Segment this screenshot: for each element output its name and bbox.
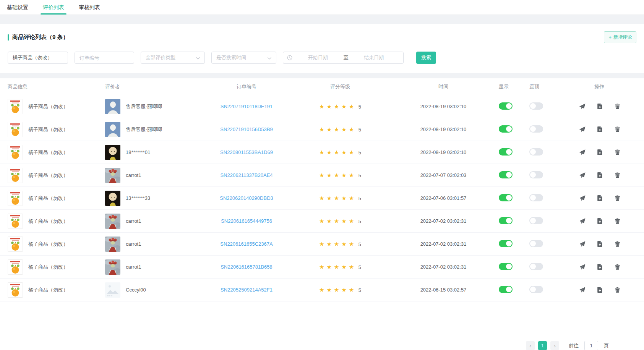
red-crown-doll-avatar	[105, 237, 120, 252]
file-add-icon[interactable]	[597, 126, 603, 133]
show-toggle[interactable]	[499, 217, 513, 224]
table-row: 橘子商品（勿改） 13*******33 SN220620140290DBD3 …	[0, 187, 644, 210]
next-page-button[interactable]: ›	[550, 341, 559, 350]
column-header: 置顶	[529, 83, 579, 90]
pin-top-toggle[interactable]	[529, 240, 543, 247]
dark-doll-avatar	[105, 191, 120, 206]
rating-value: 5	[358, 287, 361, 293]
send-reply-icon[interactable]	[579, 103, 586, 110]
tab-basic-settings[interactable]: 基础设置	[7, 0, 28, 15]
send-reply-icon[interactable]	[579, 149, 586, 156]
review-time: 2022-08-19 03:02:10	[388, 149, 499, 155]
file-add-icon[interactable]	[597, 218, 603, 224]
send-reply-icon[interactable]	[579, 195, 586, 201]
product-image	[8, 122, 23, 137]
pin-top-toggle[interactable]	[529, 171, 543, 178]
file-add-icon[interactable]	[597, 172, 603, 178]
product-name: 橘子商品（勿改）	[28, 149, 68, 156]
file-add-icon[interactable]	[597, 287, 603, 293]
order-number-link[interactable]: SN2206161654449756	[221, 218, 272, 224]
show-toggle[interactable]	[499, 194, 513, 201]
pin-top-toggle[interactable]	[529, 125, 543, 133]
product-name: 橘子商品（勿改）	[28, 126, 68, 133]
rating-value: 5	[358, 219, 361, 224]
send-reply-icon[interactable]	[579, 218, 586, 224]
table-row: 橘子商品（勿改） carrot1 SN2206161654449756 ★★★★…	[0, 210, 644, 233]
pin-top-toggle[interactable]	[529, 217, 543, 224]
order-number-link[interactable]: SN22071910156D53B9	[220, 126, 273, 132]
show-toggle[interactable]	[499, 102, 513, 110]
tab-audit-list[interactable]: 审核列表	[79, 0, 100, 15]
order-number-link[interactable]: SN22052509214A52F1	[221, 287, 273, 293]
order-number-input[interactable]	[75, 52, 134, 64]
delete-trash-icon[interactable]	[614, 149, 621, 156]
red-crown-doll-avatar	[105, 214, 120, 229]
pin-top-toggle[interactable]	[529, 263, 543, 270]
order-number-link[interactable]: SN220620140290DBD3	[220, 195, 273, 201]
delete-trash-icon[interactable]	[614, 103, 621, 110]
goto-page-input[interactable]	[584, 341, 598, 350]
order-number-link[interactable]: SN2206211337B20AE4	[220, 172, 273, 178]
reviewer-name: 13*******33	[126, 195, 150, 201]
reviewer-name: carrot1	[126, 218, 141, 224]
reviewer-name: 18*******01	[126, 149, 150, 155]
file-add-icon[interactable]	[597, 241, 603, 247]
show-toggle[interactable]	[499, 148, 513, 156]
order-number-link[interactable]: SN220616165781B658	[221, 264, 272, 270]
chevron-down-icon	[268, 55, 271, 61]
file-add-icon[interactable]	[597, 195, 603, 201]
filter-bar: 全部评价类型 是否搜索时间 开始日期 至 结束日期 搜索	[8, 52, 636, 64]
delete-trash-icon[interactable]	[614, 126, 621, 133]
product-name-input[interactable]	[8, 52, 68, 64]
show-toggle[interactable]	[499, 286, 513, 293]
reviewer-name: 售后客服-丽唧唧	[126, 103, 162, 110]
product-name: 橘子商品（勿改）	[28, 172, 68, 179]
order-number-link[interactable]: SN2208011553BA1D69	[220, 149, 273, 155]
delete-trash-icon[interactable]	[614, 241, 621, 247]
delete-trash-icon[interactable]	[614, 264, 621, 270]
blue-bust-avatar	[105, 122, 120, 137]
send-reply-icon[interactable]	[579, 126, 586, 133]
table-row: 橘子商品（勿改） carrot1 SN2206211337B20AE4 ★★★★…	[0, 164, 644, 187]
tab-review-list[interactable]: 评价列表	[43, 0, 64, 15]
time-search-select[interactable]: 是否搜索时间	[211, 52, 276, 64]
rating-value: 5	[358, 104, 361, 110]
delete-trash-icon[interactable]	[614, 195, 621, 201]
page-unit-label: 页	[604, 342, 609, 349]
send-reply-icon[interactable]	[579, 172, 586, 178]
send-reply-icon[interactable]	[579, 264, 586, 270]
add-review-button[interactable]: + 新增评论	[604, 31, 636, 43]
order-number-link[interactable]: SN2206161655C2367A	[220, 241, 273, 247]
search-button[interactable]: 搜索	[416, 52, 436, 64]
file-add-icon[interactable]	[597, 264, 603, 270]
column-header: 订单编号	[201, 83, 292, 90]
send-reply-icon[interactable]	[579, 241, 586, 247]
prev-page-button[interactable]: ‹	[526, 341, 535, 350]
show-toggle[interactable]	[499, 125, 513, 133]
show-toggle[interactable]	[499, 240, 513, 247]
pin-top-toggle[interactable]	[529, 194, 543, 201]
order-number-link[interactable]: SN22071910118DE191	[221, 104, 273, 109]
show-toggle[interactable]	[499, 171, 513, 178]
pin-top-toggle[interactable]	[529, 102, 543, 110]
file-add-icon[interactable]	[597, 149, 603, 156]
pin-top-toggle[interactable]	[529, 286, 543, 293]
send-reply-icon[interactable]	[579, 287, 586, 293]
show-toggle[interactable]	[499, 263, 513, 270]
delete-trash-icon[interactable]	[614, 172, 621, 178]
reviewer-name: carrot1	[126, 264, 141, 270]
column-header: 评分等级	[292, 83, 388, 90]
delete-trash-icon[interactable]	[614, 287, 621, 293]
pin-top-toggle[interactable]	[529, 148, 543, 156]
review-time: 2022-08-19 03:02:10	[388, 126, 499, 132]
current-page-button[interactable]: 1	[538, 341, 547, 350]
delete-trash-icon[interactable]	[614, 218, 621, 224]
file-add-icon[interactable]	[597, 103, 603, 110]
review-type-value: 全部评价类型	[146, 54, 175, 61]
product-image	[8, 168, 23, 183]
star-rating-icons: ★★★★★	[319, 264, 356, 270]
rating-value: 5	[358, 264, 361, 270]
date-range-picker[interactable]: 开始日期 至 结束日期	[283, 52, 404, 64]
date-range-separator: 至	[344, 54, 349, 61]
review-type-select[interactable]: 全部评价类型	[141, 52, 205, 64]
